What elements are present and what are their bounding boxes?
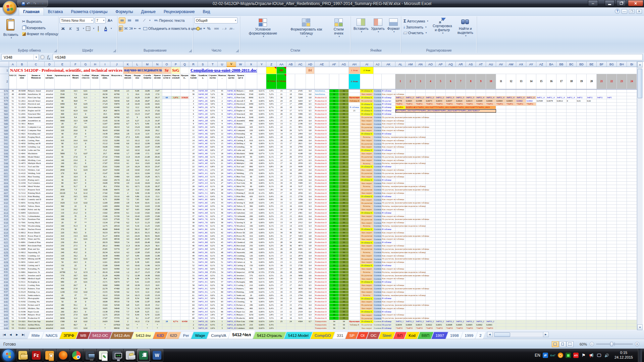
cell[interactable] [617, 192, 627, 195]
cell[interactable] [162, 264, 171, 267]
cell[interactable] [536, 201, 546, 205]
cell[interactable]: 0,5 [306, 284, 315, 287]
cell[interactable] [627, 241, 637, 244]
cell[interactable]: 22 [189, 165, 198, 169]
cell[interactable]: Production O [315, 106, 329, 109]
cell[interactable]: 48 [218, 251, 227, 254]
cell[interactable]: 10,78 [142, 116, 153, 119]
cell[interactable]: 0,4 [306, 142, 315, 145]
cell[interactable] [349, 234, 360, 238]
cell[interactable]: Helpers--Prod [236, 313, 245, 317]
cell[interactable]: 0 [81, 175, 91, 179]
cell[interactable] [577, 228, 587, 231]
cell[interactable]: 14,53 [153, 281, 162, 284]
cell[interactable]: 24,04 [142, 129, 153, 132]
cell[interactable] [627, 152, 637, 156]
cell[interactable]: *ЗчР51 [526, 103, 536, 106]
cell[interactable]: *ЗчР53 [416, 327, 426, 330]
cell[interactable] [617, 165, 627, 169]
cell[interactable]: 0,05 [81, 317, 91, 320]
cell[interactable]: 190 [245, 162, 257, 165]
cell[interactable]: 14,95 [142, 257, 153, 261]
cell[interactable]: 0,3% [208, 323, 218, 327]
cell[interactable]: 51 [9, 284, 17, 287]
cell[interactable] [486, 264, 496, 267]
cell[interactable]: 0,4% [208, 238, 218, 241]
cell[interactable]: 2690 [295, 139, 306, 142]
cell[interactable]: 19 [277, 182, 286, 185]
cell[interactable]: 23 [70, 281, 81, 284]
cell[interactable]: 18,56 [132, 244, 142, 248]
cell[interactable]: 11 [218, 129, 227, 132]
cell[interactable] [526, 106, 536, 109]
cell[interactable] [349, 241, 360, 244]
cell[interactable]: 51 [9, 119, 17, 122]
cell[interactable]: 33 [329, 304, 339, 307]
cell[interactable]: 2891 [295, 116, 306, 119]
cell[interactable]: 22 [277, 126, 286, 129]
cell[interactable]: 0,5% [208, 109, 218, 113]
cell[interactable]: 0,01% [257, 257, 266, 261]
workbook-minimize-icon[interactable]: — [622, 9, 627, 14]
cell[interactable] [171, 212, 180, 215]
cell[interactable]: Production O [315, 313, 329, 317]
cell[interactable] [607, 238, 617, 241]
cell[interactable] [466, 307, 476, 310]
cell[interactable] [446, 244, 456, 248]
cell[interactable] [496, 113, 506, 116]
cell[interactable] [436, 192, 446, 195]
cell[interactable]: 1,5% [266, 89, 277, 93]
cell[interactable] [162, 165, 171, 169]
cell[interactable] [456, 172, 466, 175]
cell[interactable] [587, 225, 597, 228]
cell[interactable]: 18 [286, 271, 295, 274]
column-header-E[interactable]: E [55, 62, 70, 67]
cell[interactable]: Как следует [360, 175, 374, 179]
sheet-tab-Kod[interactable]: Kod [405, 332, 419, 339]
cell[interactable] [476, 93, 486, 96]
cell[interactable] [466, 156, 476, 159]
cell[interactable] [496, 182, 506, 185]
cell[interactable] [486, 267, 496, 271]
cell[interactable]: ЗчР51_7011 [198, 215, 208, 218]
cell[interactable]: 17 [556, 74, 567, 89]
cell[interactable]: Inspectors, Te [28, 271, 45, 274]
cell[interactable]: 18 [567, 74, 577, 89]
cell[interactable] [597, 89, 607, 93]
cell[interactable]: 51-2092 [17, 116, 28, 119]
column-header-AK[interactable]: AK [382, 62, 395, 67]
cell[interactable]: 51-4041 [17, 152, 28, 156]
column-header-AB[interactable]: AB [286, 62, 295, 67]
cell[interactable] [536, 264, 546, 267]
cell[interactable]: 0,1% [208, 159, 218, 162]
cell[interactable]: 4481 [295, 248, 306, 251]
cell[interactable]: 410 [245, 238, 257, 241]
cell[interactable] [567, 169, 577, 172]
cell[interactable]: 0,01 [81, 165, 91, 169]
cell[interactable]: 0 [81, 132, 91, 136]
cell[interactable] [597, 172, 607, 175]
cell[interactable] [486, 257, 496, 261]
cell[interactable] [171, 281, 180, 284]
select-all-corner[interactable] [0, 62, 9, 67]
cell[interactable]: 57 [218, 281, 227, 284]
cell[interactable] [567, 201, 577, 205]
cell[interactable]: Production O [315, 274, 329, 277]
cell[interactable] [587, 294, 597, 297]
cell[interactable]: 16 [123, 277, 132, 281]
cell[interactable]: 240 [55, 251, 70, 254]
taskbar-icon-scheduler[interactable] [43, 349, 56, 362]
cell[interactable]: 17,96 [153, 208, 162, 212]
cell[interactable]: 12,2 [132, 188, 142, 192]
cell[interactable]: 51-7011 [17, 215, 28, 218]
cell[interactable] [546, 327, 556, 330]
cell[interactable]: 2840 [245, 169, 257, 172]
cell[interactable] [556, 149, 567, 152]
cell[interactable]: 0 [81, 228, 91, 231]
cell[interactable] [406, 192, 416, 195]
number-format-select[interactable]: Общий▾ [195, 17, 237, 23]
cell[interactable] [516, 119, 526, 122]
cell[interactable] [607, 113, 617, 116]
cell[interactable]: По расчетам [360, 274, 374, 277]
cell[interactable] [180, 212, 189, 215]
